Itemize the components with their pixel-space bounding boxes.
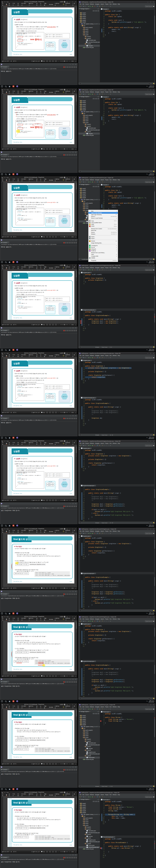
search-icon[interactable]: ⌂ — [104, 5, 105, 7]
run-icon[interactable]: ▶ — [90, 796, 91, 798]
save-icon[interactable]: ▣ — [2, 792, 3, 793]
expand-icon[interactable]: ▸ — [79, 719, 80, 720]
close-icon[interactable]: × — [94, 485, 95, 486]
ppt-close-icon[interactable]: × — [74, 792, 76, 793]
terminate-icon[interactable] — [64, 593, 65, 595]
language-label[interactable]: 한국어 — [13, 60, 16, 62]
view-button-0[interactable] — [46, 763, 48, 765]
last-edit-icon[interactable]: ↤ — [110, 93, 111, 95]
close-icon[interactable]: × — [75, 327, 77, 329]
console-tab[interactable]: ▤Console× — [0, 856, 9, 858]
language-label[interactable]: 한국어 — [13, 587, 16, 589]
editor-tab[interactable]: J*Singleton.java× — [80, 359, 92, 361]
close-icon[interactable]: × — [7, 857, 8, 858]
pe-tool-icon-0[interactable] — [93, 98, 94, 99]
redo-icon[interactable]: ↻ — [5, 616, 7, 617]
editor-scrollbar[interactable] — [154, 361, 155, 396]
menu-navigate[interactable]: Navigate — [95, 530, 100, 532]
scroll-lock-icon[interactable] — [70, 154, 72, 156]
ppt-minimize-icon[interactable]: – — [69, 89, 71, 90]
maximize-icon[interactable]: □ — [72, 503, 74, 504]
pe-tool-icon-3[interactable] — [98, 801, 99, 802]
navigate-back-icon[interactable]: ← — [106, 708, 107, 710]
scroll-thumb[interactable] — [76, 183, 77, 190]
editor-scrollbar[interactable] — [154, 662, 155, 697]
tips-icon[interactable] — [153, 522, 154, 523]
taskbar-clock[interactable]: 오전 9:122019-08-03 — [149, 173, 155, 176]
menu-file[interactable]: File — [80, 618, 81, 620]
open-task-icon[interactable]: ✎ — [102, 5, 104, 7]
tree-item[interactable]: ▸sec03 — [79, 30, 100, 32]
console-tab[interactable]: ▤Console× — [0, 154, 9, 156]
minimize-icon[interactable]: – — [147, 441, 149, 442]
ribbon-tab-Acrobat[interactable]: Acrobat — [49, 267, 53, 269]
minimize-icon[interactable]: – — [69, 679, 71, 680]
notes-button[interactable]: ▤ 슬라이드 노트 — [31, 148, 40, 150]
language-label[interactable]: 한국어 — [13, 851, 16, 852]
task-view-icon[interactable]: ▦ — [8, 787, 11, 790]
zoom-knob[interactable] — [64, 324, 65, 325]
menu-search[interactable]: Search — [101, 530, 104, 532]
tree-item[interactable]: ▸sec03 — [79, 821, 100, 823]
scrollbar-thumb[interactable] — [154, 665, 155, 674]
scrollbar-thumb[interactable] — [154, 364, 155, 373]
perspective-java-icon[interactable]: ☕ — [153, 708, 154, 710]
scrollbar-thumb[interactable] — [154, 841, 155, 849]
view-icon[interactable] — [79, 273, 80, 274]
powerpoint-icon[interactable]: P — [11, 348, 15, 351]
pin-icon[interactable] — [72, 681, 73, 683]
menu-project[interactable]: Project — [105, 267, 109, 268]
pe-tool-icon-0[interactable] — [93, 10, 94, 11]
task-view-icon[interactable]: ▦ — [8, 612, 11, 615]
remove-launch-icon[interactable] — [65, 593, 66, 595]
powerpoint-icon[interactable]: P — [11, 524, 15, 527]
debug-icon[interactable]: ◉ — [88, 620, 90, 622]
notification-tray[interactable] — [155, 261, 155, 263]
expand-icon[interactable]: ▾ — [84, 741, 85, 742]
minimize-icon[interactable]: – — [69, 854, 71, 856]
run-icon[interactable]: ▶ — [90, 93, 91, 95]
view-button-3[interactable] — [55, 675, 57, 677]
restore-icon[interactable] — [79, 535, 80, 536]
editor-scrollbar[interactable] — [154, 625, 155, 660]
next-slide-icon[interactable]: ⏷ — [76, 104, 77, 105]
thumbnail-pane-collapsed[interactable]: › — [1, 620, 3, 675]
expand-icon[interactable]: ▸ — [85, 751, 86, 752]
scrollbar-thumb[interactable] — [154, 803, 155, 812]
run-external-icon[interactable]: ▶ — [92, 796, 93, 798]
powerpoint-icon[interactable]: P — [11, 85, 15, 88]
pin-icon[interactable] — [72, 154, 73, 156]
close-icon[interactable]: × — [75, 503, 77, 504]
scroll-thumb[interactable] — [76, 534, 77, 541]
tree-item[interactable]: ▸JSingletonExample.java — [79, 841, 100, 843]
expand-icon[interactable]: ▾ — [82, 34, 83, 35]
tree-item[interactable]: ▸chap03 — [79, 103, 100, 105]
new-icon[interactable]: ▤ — [79, 708, 81, 710]
menu-source[interactable]: Source — [85, 3, 89, 5]
navigate-forward-icon[interactable]: → — [108, 620, 109, 622]
language-label[interactable]: 한국어 — [13, 236, 16, 238]
notification-tray[interactable] — [155, 85, 155, 87]
comments-button[interactable]: 💬 메모 — [41, 675, 45, 677]
maximize-icon[interactable]: ▢ — [98, 96, 99, 97]
editor-scrollbar[interactable] — [154, 273, 155, 308]
menu-run[interactable]: Run — [110, 179, 112, 180]
maximize-icon[interactable]: ▢ — [98, 8, 99, 9]
slideshow-icon[interactable]: ▶ — [7, 89, 9, 90]
thumbnail-pane-collapsed[interactable]: › — [1, 269, 3, 323]
taskbar-clock[interactable]: 오전 10:122019-08-03 — [149, 261, 155, 264]
proofing-icon[interactable]: 🗔 — [10, 148, 12, 150]
proofing-icon[interactable]: 🗔 — [10, 236, 12, 238]
save-all-icon[interactable]: ▣ — [83, 708, 85, 710]
menu-item[interactable]: Restore from Local History... — [88, 252, 118, 253]
close-icon[interactable]: × — [75, 767, 77, 768]
new-class-icon[interactable]: ⓒ — [97, 269, 99, 271]
tree-item[interactable]: ▾chap06 — [79, 21, 100, 23]
pen-icon[interactable]: ✎ — [147, 86, 148, 87]
save-icon[interactable]: ▼ — [81, 5, 83, 7]
menu-edit[interactable]: Edit — [82, 794, 84, 795]
tree-item[interactable]: ▸JCar.java — [79, 133, 100, 134]
undo-icon[interactable]: ↺ — [3, 1, 5, 2]
menu-source[interactable]: Source — [85, 355, 89, 356]
view-button-0[interactable] — [46, 851, 48, 852]
